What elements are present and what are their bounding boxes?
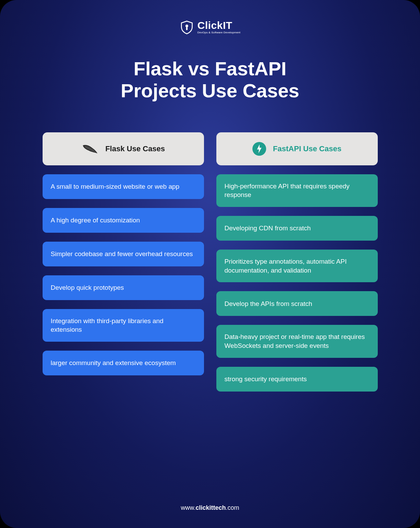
fastapi-header-label: FastAPI Use Cases: [273, 144, 341, 153]
flask-header-label: Flask Use Cases: [105, 144, 165, 153]
title-line-1: Flask vs FastAPI: [134, 58, 286, 79]
fastapi-bolt-icon: [252, 142, 266, 156]
fastapi-header-card: FastAPI Use Cases: [216, 132, 378, 165]
infographic-canvas: ClickIT DevOps & Software Development Fl…: [0, 0, 420, 528]
flask-item: A small to medium-sized website or web a…: [43, 174, 204, 199]
fastapi-item: Develop the APIs from scratch: [216, 291, 378, 316]
fastapi-item: Data-heavy project or real-time app that…: [216, 325, 378, 358]
flask-item: Develop quick prototypes: [43, 275, 204, 300]
page-title: Flask vs FastAPI Projects Use Cases: [121, 58, 299, 102]
fastapi-item: High-performance API that requires speed…: [216, 174, 378, 207]
brand-tagline: DevOps & Software Development: [197, 31, 240, 34]
svg-rect-1: [186, 27, 188, 30]
footer-domain: clickittech: [195, 504, 226, 511]
svg-point-0: [185, 25, 188, 28]
brand-name: ClickIT: [197, 20, 240, 31]
flask-item: Simpler codebase and fewer overhead reso…: [43, 242, 204, 266]
flask-horn-icon: [81, 142, 99, 156]
fastapi-item: Developing CDN from scratch: [216, 216, 378, 241]
fastapi-column: FastAPI Use Cases High-performance API t…: [216, 132, 378, 392]
flask-item: A high degree of customization: [43, 208, 204, 233]
footer-suffix: .com: [226, 504, 239, 511]
footer-url: www.clickittech.com: [181, 504, 239, 512]
brand-logo: ClickIT DevOps & Software Development: [180, 20, 240, 34]
flask-column: Flask Use Cases A small to medium-sized …: [43, 132, 204, 392]
footer-prefix: www.: [181, 504, 195, 511]
brand-text: ClickIT DevOps & Software Development: [197, 20, 240, 34]
flask-header-card: Flask Use Cases: [43, 132, 204, 165]
comparison-columns: Flask Use Cases A small to medium-sized …: [34, 132, 386, 392]
flask-item: Integration with third-party libraries a…: [43, 309, 204, 342]
flask-item: larger community and extensive ecosystem: [43, 351, 204, 375]
fastapi-item: strong security requirements: [216, 367, 378, 392]
fastapi-item: Prioritizes type annotations, automatic …: [216, 250, 378, 282]
title-line-2: Projects Use Cases: [121, 80, 299, 101]
shield-icon: [180, 20, 194, 34]
